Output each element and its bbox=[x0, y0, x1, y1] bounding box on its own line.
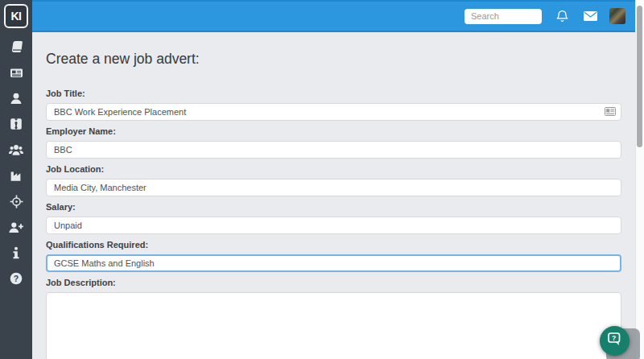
sidebar-item-user-plus[interactable] bbox=[0, 214, 32, 240]
sidebar-item-user[interactable] bbox=[0, 85, 32, 111]
sidebar: KI bbox=[0, 0, 32, 359]
question-circle-icon: ? bbox=[9, 271, 23, 286]
qualifications-label: Qualifications Required: bbox=[46, 239, 621, 251]
field-job-description: Job Description: bbox=[46, 277, 621, 359]
top-header bbox=[32, 0, 635, 32]
user-plus-icon bbox=[8, 220, 24, 234]
sidebar-item-industry[interactable] bbox=[0, 163, 32, 188]
users-group-icon bbox=[8, 142, 24, 157]
user-avatar[interactable] bbox=[609, 8, 625, 24]
notifications-bell-icon[interactable] bbox=[555, 9, 570, 24]
sidebar-item-crosshairs[interactable] bbox=[0, 188, 32, 214]
main-content: Create a new job advert: Job Title: Empl… bbox=[32, 32, 635, 359]
sidebar-item-newspaper[interactable] bbox=[0, 60, 32, 85]
employer-name-input[interactable] bbox=[46, 141, 621, 159]
app-logo[interactable]: KI bbox=[4, 4, 28, 28]
sidebar-item-help[interactable]: ? bbox=[0, 266, 32, 291]
sidebar-item-tie[interactable] bbox=[0, 111, 32, 137]
page-title: Create a new job advert: bbox=[46, 51, 621, 68]
chat-help-button[interactable]: ? bbox=[600, 326, 630, 356]
svg-text:?: ? bbox=[14, 274, 19, 283]
salary-label: Salary: bbox=[46, 201, 621, 213]
sidebar-item-info[interactable] bbox=[0, 240, 32, 266]
user-icon bbox=[9, 91, 23, 105]
field-qualifications: Qualifications Required: bbox=[46, 239, 621, 272]
job-location-label: Job Location: bbox=[46, 163, 621, 175]
field-employer-name: Employer Name: bbox=[46, 126, 621, 159]
sidebar-item-book[interactable] bbox=[0, 34, 32, 60]
crosshairs-icon bbox=[9, 194, 24, 209]
header-right-group bbox=[464, 8, 635, 24]
field-salary: Salary: bbox=[46, 201, 621, 234]
field-job-title: Job Title: bbox=[46, 88, 621, 121]
field-job-location: Job Location: bbox=[46, 163, 621, 196]
scrollbar-thumb[interactable] bbox=[637, 6, 642, 147]
vertical-scrollbar[interactable] bbox=[635, 0, 644, 359]
tie-icon bbox=[9, 117, 23, 131]
question-speech-bubble-icon: ? bbox=[606, 331, 623, 351]
book-icon bbox=[9, 39, 23, 54]
qualifications-input[interactable] bbox=[46, 254, 621, 272]
search-input[interactable] bbox=[464, 9, 542, 24]
svg-text:?: ? bbox=[612, 334, 616, 342]
job-location-input[interactable] bbox=[46, 179, 621, 196]
messages-envelope-icon[interactable] bbox=[583, 10, 598, 22]
salary-input[interactable] bbox=[46, 217, 621, 234]
sidebar-nav: ? bbox=[0, 32, 32, 291]
info-icon bbox=[12, 246, 20, 260]
job-description-label: Job Description: bbox=[46, 277, 621, 289]
sidebar-item-users-group[interactable] bbox=[0, 137, 32, 163]
industry-icon bbox=[9, 168, 24, 183]
newspaper-icon bbox=[9, 65, 24, 80]
job-title-input[interactable] bbox=[46, 103, 621, 121]
employer-name-label: Employer Name: bbox=[46, 126, 621, 138]
job-description-textarea[interactable] bbox=[46, 292, 621, 359]
autofill-contact-card-icon[interactable] bbox=[605, 107, 616, 116]
job-title-label: Job Title: bbox=[46, 88, 621, 100]
